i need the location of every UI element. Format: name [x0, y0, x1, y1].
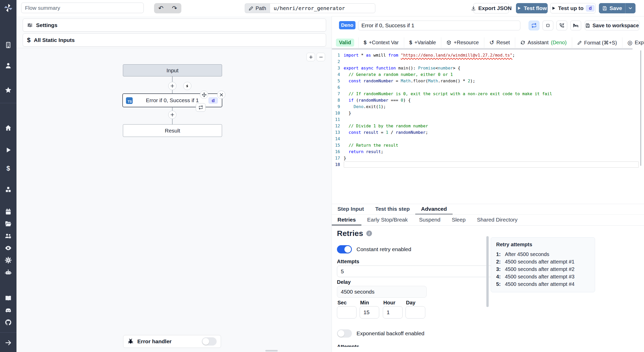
save-dropdown-button[interactable]: [625, 6, 635, 11]
subtab-shared-directory[interactable]: Shared Directory: [471, 215, 523, 225]
tab-test-this-step[interactable]: Test this step: [370, 204, 416, 215]
step-id-badge: d: [586, 5, 595, 12]
flow-node-result[interactable]: Result: [123, 124, 222, 137]
clipped-attempts-label: Attempts: [337, 343, 359, 347]
retry-indicator-button[interactable]: [196, 103, 206, 112]
audit-eye-icon[interactable]: [5, 244, 12, 252]
workspace-building-icon[interactable]: [5, 41, 12, 49]
retries-toggle-button[interactable]: [529, 21, 539, 30]
subtab-suspend[interactable]: Suspend: [413, 215, 446, 225]
collapse-arrow-icon[interactable]: [5, 339, 12, 346]
language-badge: Deno: [339, 21, 355, 29]
bolt-icon: [185, 84, 190, 88]
subtab-retries[interactable]: Retries: [332, 215, 361, 225]
tab-step-input[interactable]: Step Input: [332, 204, 370, 215]
canvas-scrollbar[interactable]: [265, 350, 278, 351]
insert-step-button[interactable]: [168, 82, 176, 90]
valid-badge: Valid: [336, 39, 354, 47]
path-value-input[interactable]: u/henri/error_generator: [270, 3, 375, 13]
code-editor[interactable]: import * as wmill from "https://deno.lan…: [344, 52, 639, 168]
sliders-icon: [27, 22, 33, 28]
redo-button[interactable]: ↷: [168, 3, 181, 13]
test-up-to-button[interactable]: Test up to d: [550, 3, 596, 13]
folders-icon[interactable]: [5, 220, 12, 227]
error-handler-label: Error handler: [137, 338, 172, 345]
content-scrollbar[interactable]: [486, 236, 489, 307]
target-icon: ◎: [628, 39, 632, 46]
constant-retry-toggle[interactable]: [337, 245, 352, 253]
reset-button[interactable]: ↺Reset: [484, 37, 515, 48]
undo-icon: ↺: [489, 39, 494, 46]
suspend-phone-button[interactable]: [556, 21, 567, 30]
favorites-star-icon[interactable]: [5, 86, 12, 94]
github-icon[interactable]: [5, 319, 12, 326]
explore-scripts-button[interactable]: ◎Explore other s: [622, 37, 644, 48]
add-context-var-button[interactable]: $+Context Var: [358, 37, 404, 48]
insert-step-button[interactable]: [168, 111, 176, 119]
min-input[interactable]: [360, 306, 379, 319]
editor-resize-handle[interactable]: [332, 48, 633, 50]
hour-label: Hour: [383, 300, 395, 306]
typescript-badge: TS: [126, 97, 133, 104]
constant-retry-row: Constant retry enabled: [337, 245, 411, 253]
settings-gear-icon[interactable]: [5, 257, 12, 264]
save-button[interactable]: Save: [599, 5, 625, 11]
all-static-inputs-button[interactable]: $ All Static Inputs: [23, 33, 326, 47]
zoom-out-button[interactable]: [317, 53, 325, 61]
exponential-backoff-row: Exponential backoff enabled: [337, 329, 424, 338]
assistant-button[interactable]: Assistant(Deno): [515, 37, 572, 48]
flow-settings-button[interactable]: Settings: [23, 19, 326, 32]
home-icon[interactable]: [5, 124, 12, 131]
groups-users-icon[interactable]: [5, 232, 12, 240]
error-handler-toggle[interactable]: [202, 337, 217, 346]
editor-scrollbar[interactable]: [640, 50, 641, 166]
export-json-button[interactable]: Export JSON: [473, 3, 509, 13]
insert-trigger-button[interactable]: [183, 82, 191, 90]
add-variable-button[interactable]: $+Variable: [404, 37, 441, 48]
schedules-calendar-icon[interactable]: [5, 208, 12, 215]
docs-book-icon[interactable]: [5, 295, 12, 302]
save-button-group: Save: [599, 3, 635, 13]
move-step-button[interactable]: [200, 91, 208, 99]
add-resource-button[interactable]: +Resource: [441, 37, 484, 48]
pencil-icon: [249, 6, 253, 11]
zoom-in-button[interactable]: [307, 53, 315, 61]
sidebar-divider: [0, 332, 16, 333]
sec-input[interactable]: [337, 306, 357, 319]
play-icon: [551, 6, 556, 11]
runs-play-icon[interactable]: [5, 146, 12, 154]
day-input[interactable]: [405, 306, 425, 319]
discord-icon[interactable]: [5, 307, 12, 314]
sleep-bed-button[interactable]: [570, 21, 581, 30]
workers-robot-icon[interactable]: [5, 269, 12, 276]
undo-button[interactable]: ↶: [154, 3, 168, 13]
flow-summary-input[interactable]: [21, 3, 144, 13]
windmill-logo-icon[interactable]: [3, 3, 13, 13]
delay-input[interactable]: [337, 286, 427, 298]
test-flow-button[interactable]: Test flow: [516, 3, 548, 13]
step-name-input[interactable]: [358, 21, 520, 30]
download-icon: [471, 6, 476, 11]
advanced-subtabs: Retries Early Stop/Break Suspend Sleep S…: [332, 214, 644, 226]
variables-dollar-icon[interactable]: $: [5, 165, 12, 172]
min-label: Min: [360, 300, 369, 306]
user-icon[interactable]: [5, 62, 12, 69]
package-icon: [446, 40, 451, 45]
exponential-backoff-toggle[interactable]: [337, 329, 352, 338]
early-stop-button[interactable]: [543, 21, 553, 30]
step-tabs: Step Input Test this step Advanced: [332, 204, 644, 215]
path-label[interactable]: Path: [245, 3, 270, 13]
subtab-sleep[interactable]: Sleep: [446, 215, 471, 225]
subtab-early-stop[interactable]: Early Stop/Break: [361, 215, 413, 225]
hour-input[interactable]: [383, 306, 403, 319]
attempts-label: Attempts: [337, 259, 359, 265]
sec-label: Sec: [337, 300, 347, 306]
resources-cubes-icon[interactable]: [5, 186, 12, 193]
flow-node-input[interactable]: Input: [123, 64, 222, 76]
retry-attempts-title: Retry attempts: [496, 242, 590, 248]
info-icon[interactable]: i: [366, 231, 372, 236]
delete-step-button[interactable]: [217, 91, 225, 99]
tab-advanced[interactable]: Advanced: [415, 204, 452, 215]
save-to-workspace-button[interactable]: Save to workspace: [585, 21, 639, 30]
format-button[interactable]: Format (⌘+S): [572, 37, 622, 48]
